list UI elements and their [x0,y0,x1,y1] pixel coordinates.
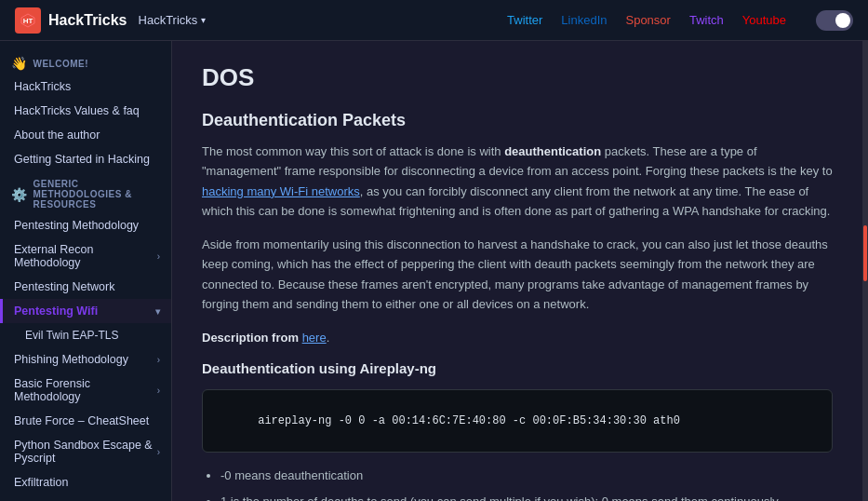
scroll-thumb [863,225,867,281]
sponsor-link[interactable]: Sponsor [625,13,670,27]
sidebar-item-pentesting-network[interactable]: Pentesting Network [0,275,171,299]
youtube-link[interactable]: Youtube [742,13,786,27]
description-from: Description from here. [202,328,833,347]
code-block: aireplay-ng -0 0 -a 00:14:6C:7E:40:80 -c… [202,389,833,453]
list-item: 1 is the number of deauths to send (you … [220,492,833,501]
brand-logo[interactable]: HT HackTricks [15,7,127,34]
sidebar-item-getting-started[interactable]: Getting Started in Hacking [0,147,171,171]
sidebar-item-values[interactable]: HackTricks Values & faq [0,99,171,123]
twitter-link[interactable]: Twitter [507,13,542,27]
sidebar-item-evil-twin[interactable]: Evil Twin EAP-TLS [0,323,171,347]
linkedin-link[interactable]: LinkedIn [561,13,607,27]
twitch-link[interactable]: Twitch [689,13,724,27]
sidebar-item-phishing[interactable]: Phishing Methodology › [0,347,171,372]
sidebar-item-forensic[interactable]: Basic Forensic Methodology › [0,372,171,409]
sidebar-item-pentesting-wifi[interactable]: Pentesting Wifi ▾ [0,299,171,323]
scroll-indicator [862,41,868,501]
chevron-down-icon: ▾ [155,306,160,317]
chevron-right-icon: › [157,386,160,396]
paragraph-1: The most common way this sort of attack … [202,142,833,222]
welcome-icon: 👋 [11,56,28,71]
deauth-section-heading: Deauthentication using Aireplay-ng [202,360,833,376]
top-navigation: HT HackTricks HackTricks ▾ Twitter Linke… [0,0,868,41]
page-title: DOS [202,63,833,92]
main-content: DOS Deauthentication Packets The most co… [172,41,862,501]
chevron-right-icon: › [157,251,160,262]
generic-icon: ⚙️ [11,187,28,202]
here-link[interactable]: here [302,331,327,345]
paragraph-2: Aside from momentarily using this discon… [202,235,833,315]
sidebar-item-external-recon[interactable]: External Recon Methodology › [0,237,171,275]
sidebar-item-tunneling[interactable]: Tunneling and Port Forwarding [0,494,171,501]
wifi-networks-link[interactable]: hacking many Wi-Fi networks [202,184,360,198]
welcome-section-header: 👋 WELCOME! [0,48,171,74]
generic-section-header: ⚙️ GENERIC METHODOLOGIES & RESOURCES [0,171,171,213]
sidebar-item-python-sandbox[interactable]: Python Sandbox Escape & Pyscript › [0,433,171,470]
main-layout: 👋 WELCOME! HackTricks HackTricks Values … [0,41,868,501]
chevron-right-icon: › [157,447,160,457]
section-dropdown[interactable]: HackTricks ▾ [139,13,207,27]
brand-name: HackTricks [48,12,127,29]
external-links: Twitter LinkedIn Sponsor Twitch Youtube [507,10,853,31]
sidebar-item-pentesting-methodology[interactable]: Pentesting Methodology [0,213,171,237]
sidebar: 👋 WELCOME! HackTricks HackTricks Values … [0,41,172,501]
sidebar-item-author[interactable]: About the author [0,123,171,147]
sidebar-item-brute-force[interactable]: Brute Force – CheatSheet [0,409,171,433]
theme-toggle[interactable] [816,10,853,31]
chevron-right-icon: › [157,355,160,365]
svg-text:HT: HT [23,17,33,25]
section-heading-deauth: Deauthentication Packets [202,111,833,130]
list-item: -0 means deauthentication [220,466,833,486]
bullet-list: -0 means deauthentication 1 is the numbe… [202,466,833,501]
sidebar-item-exfiltration[interactable]: Exfiltration [0,470,171,494]
sidebar-item-hacktricks[interactable]: HackTricks [0,74,171,99]
chevron-down-icon: ▾ [201,15,206,25]
logo-icon: HT [15,7,41,34]
